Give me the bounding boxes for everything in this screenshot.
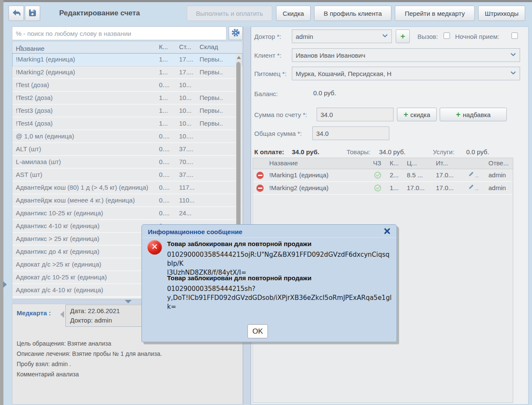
collapse-down-icon[interactable]: [125, 300, 132, 303]
remove-item-icon[interactable]: [256, 172, 264, 179]
chevron-down-icon: [382, 32, 388, 40]
doctor-label: Доктор *:: [254, 33, 281, 40]
ok-button[interactable]: OK: [247, 324, 268, 338]
night-visit-label: Ночной прием:: [455, 33, 500, 40]
column-header-price: Ст...: [179, 43, 191, 50]
column-header-price: Ц...: [407, 159, 417, 167]
invoice-sum-input[interactable]: [317, 108, 394, 121]
error-icon: ✕: [147, 240, 162, 255]
edit-item-button[interactable]: ..: [468, 171, 479, 179]
goods-value: 34.0 руб.: [379, 148, 406, 156]
balance-value: 0.0 руб.: [313, 89, 336, 97]
save-icon: [29, 9, 36, 18]
goto-medcard-button[interactable]: Перейти в медкарту: [395, 6, 475, 21]
invoice-form-panel: Доктор *: admin + Вызов: Ночной прием: К…: [251, 26, 529, 405]
error-message-title: Товар заблокирован для повторной продажи: [167, 274, 312, 282]
items-table-header[interactable]: Название ЧЗ К... Ц... Ит... Отве...: [253, 158, 513, 169]
services-label: Услуги:: [433, 148, 454, 156]
search-settings-button[interactable]: [229, 26, 243, 40]
pet-select[interactable]: Мурка, Кошачий, Персидская, Н: [292, 67, 520, 80]
medcard-line: Описание лечения: Взятие пробы № 1 для а…: [17, 349, 162, 359]
invoice-item-row[interactable]: !Marking1 (единица) 2... 8.5 ... 17.0...…: [253, 169, 513, 182]
column-header-responsible: Отве...: [488, 159, 508, 167]
page-title: Редактирование счета: [44, 9, 155, 18]
call-checkbox[interactable]: [444, 32, 450, 39]
product-row[interactable]: ALT (шт) 0.... 37....: [12, 143, 242, 156]
app-window: Редактирование счета Выполнить и оплатит…: [0, 0, 532, 405]
night-visit-checkbox[interactable]: [511, 32, 518, 39]
execute-and-pay-button[interactable]: Выполнить и оплатить: [187, 6, 272, 21]
medcard-line: Пробу взял: admin .: [17, 359, 162, 369]
products-table-header[interactable]: Название К... Ст... Склад: [12, 41, 242, 53]
sort-asc-icon: [18, 45, 23, 47]
product-row[interactable]: AST (шт) 0.... 37....: [12, 169, 242, 182]
medcard-line: Цель обращения: Взятие анализа: [17, 338, 162, 349]
invoice-item-row[interactable]: !Marking2 (единица) 1... 17.0... 17.0...…: [253, 182, 513, 195]
client-label: Клиент *:: [254, 52, 282, 59]
product-row[interactable]: !Test2 (доза) 1... 10... Первы..: [12, 92, 242, 105]
close-icon[interactable]: [384, 228, 391, 235]
call-label: Вызов:: [417, 33, 438, 40]
client-profile-button[interactable]: В профиль клиента: [314, 6, 391, 21]
product-row[interactable]: !Test3 (доза) 1... 10... Первы..: [12, 105, 242, 117]
back-button[interactable]: [9, 6, 24, 21]
marking-check-icon: [374, 172, 381, 179]
dialog-separator: [142, 238, 397, 238]
column-header-total: Ит...: [436, 159, 448, 167]
plus-icon: +: [403, 111, 408, 118]
add-discount-button[interactable]: + скидка: [397, 108, 437, 121]
collapse-right-icon[interactable]: [3, 281, 7, 288]
goods-label: Товары:: [347, 148, 370, 156]
plus-icon: +: [456, 111, 461, 118]
gear-icon: [232, 29, 240, 38]
client-select[interactable]: Иванов Иван Иванович: [292, 48, 520, 62]
product-row[interactable]: !Marking2 (единица) 1... 17.... Первы..: [12, 66, 242, 79]
column-header-quantity: К...: [159, 43, 168, 50]
remove-item-icon[interactable]: [256, 185, 264, 192]
barcodes-button[interactable]: Штрихкоды: [478, 6, 525, 21]
product-row[interactable]: L-амилаза (шт) 0.... 70....: [12, 156, 242, 169]
product-row[interactable]: !Marking1 (единица) 1... 17.... Первы..: [12, 53, 242, 66]
total-sum-label: Общая сумма *:: [254, 130, 302, 137]
card-prev-icon[interactable]: [60, 311, 64, 318]
add-doctor-button[interactable]: +: [396, 29, 410, 43]
to-pay-label: К оплате:: [254, 148, 284, 156]
vertical-splitter[interactable]: [243, 26, 251, 405]
error-message-code: 0102900003585444215ojR:U"NgZ&BX91FFD092d…: [167, 250, 393, 277]
discount-button[interactable]: Скидка: [276, 6, 311, 21]
column-header-quantity: К...: [390, 159, 399, 167]
edit-item-button[interactable]: ..: [468, 184, 479, 191]
pet-label: Питомец *:: [254, 70, 287, 77]
total-sum-input[interactable]: [312, 126, 389, 140]
invoice-sum-label: Сумма по счету *:: [254, 111, 307, 118]
column-header-warehouse: Склад: [200, 43, 218, 50]
dialog-title: Информационное сообщение: [148, 228, 242, 235]
product-row[interactable]: @ 1,0 мл (единица) 0.... 10....: [12, 130, 242, 143]
product-row[interactable]: !Test (доза) 0.... 10...: [12, 79, 242, 92]
error-message-title: Товар заблокирован для повторной продажи: [167, 240, 312, 247]
product-row[interactable]: Адвантейдж кош (менее 4 кг.) (единица) 0…: [12, 194, 242, 207]
save-button[interactable]: [25, 6, 40, 21]
pencil-icon: [468, 171, 474, 179]
search-input[interactable]: [12, 26, 226, 40]
pencil-icon: [468, 184, 474, 191]
product-row[interactable]: !Test4 (доза) 1... 10... Первы..: [12, 117, 242, 130]
chevron-down-icon: [510, 51, 516, 59]
doctor-select[interactable]: admin: [292, 29, 392, 43]
marking-check-icon: [374, 185, 381, 191]
to-pay-value: 34.0 руб.: [292, 148, 319, 156]
window-edge-top: [0, 0, 532, 2]
scroll-up-icon[interactable]: [237, 56, 241, 59]
services-value: 0.0 руб.: [466, 148, 489, 156]
medcard-lines: Цель обращения: Взятие анализа Описание …: [17, 338, 162, 379]
product-row[interactable]: Адвантикс 10-25 кг (единица) 0.... 24...: [12, 207, 242, 220]
medcard-title: Медкарта :: [17, 309, 51, 317]
info-message-dialog: Информационное сообщение ✕ Товар заблоки…: [141, 224, 397, 342]
invoice-item-list: !Marking1 (единица) 2... 8.5 ... 17.0...…: [253, 169, 513, 195]
error-message-code: 0102900003585444215sh? y,DoT!ICb91FFD092…: [167, 285, 393, 311]
add-surcharge-button[interactable]: + надбавка: [440, 108, 507, 121]
column-header-chz: ЧЗ: [373, 159, 381, 167]
chevron-down-icon: [510, 70, 516, 77]
plus-icon: +: [400, 32, 405, 40]
product-row[interactable]: Адвантейдж кош (80) 1 д (> 4,5 кг) (един…: [12, 182, 242, 194]
